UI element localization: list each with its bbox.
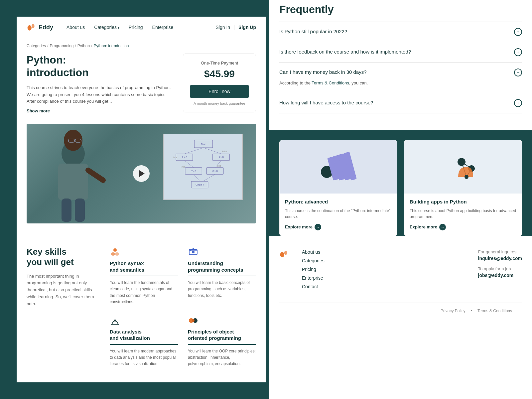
nav-links: About us Categories Pricing Enterprise <box>66 25 216 30</box>
skill-oop-name: Principles of object oriented programmin… <box>188 329 256 341</box>
sep3: / <box>91 44 92 48</box>
svg-point-39 <box>190 249 191 251</box>
svg-text:False: False <box>222 150 227 153</box>
faq-answer-3: According to the Terms & Conditions, you… <box>279 80 522 87</box>
svg-line-32 <box>203 174 215 181</box>
nav-about[interactable]: About us <box>66 25 85 30</box>
logo[interactable]: Eddy <box>27 23 53 32</box>
faq-question-3: Can I have my money back in 30 days? <box>279 68 509 75</box>
show-more-link[interactable]: Show more <box>27 108 50 113</box>
svg-text:A > B: A > B <box>219 156 224 159</box>
skill-data-desc: You will learn the modern approaches to … <box>110 348 178 367</box>
skill-data-name: Data analysis and visualization <box>110 329 178 341</box>
footer: About us Categories Pricing Enterprise C… <box>269 236 532 319</box>
faq-toggle-2[interactable]: + <box>514 48 522 56</box>
payment-card: One-Time Payment $45.99 Enroll now A mon… <box>183 54 256 112</box>
svg-point-37 <box>192 251 195 253</box>
footer-bottom: Privacy Policy • Terms & Conditions <box>279 303 522 319</box>
oop-icon <box>188 315 199 326</box>
breadcrumb-programming[interactable]: Programming <box>50 44 73 48</box>
course-card-title-1: Python: advanced <box>285 199 392 204</box>
signin-link[interactable]: Sign In <box>216 25 230 30</box>
faq-item-1: Is Python still popular in 2022? + <box>279 22 522 42</box>
whiteboard: True A < C A > B True False Y - C C > B <box>163 134 243 200</box>
related-courses: Python: advanced This course is the cont… <box>279 140 522 236</box>
faq-header-4[interactable]: How long will I have access to the cours… <box>279 99 522 107</box>
bars-illustration <box>319 147 358 187</box>
terms-footer-link[interactable]: Terms & Conditions <box>477 309 512 313</box>
svg-rect-7 <box>75 199 85 222</box>
footer-about[interactable]: About us <box>302 249 325 255</box>
explore-link-1[interactable]: Explore more → <box>285 224 392 230</box>
course-thumb-advanced <box>280 140 397 194</box>
svg-point-34 <box>111 252 115 256</box>
breadcrumb-categories[interactable]: Categories <box>27 44 46 48</box>
footer-pricing[interactable]: Pricing <box>302 267 325 272</box>
breadcrumb-python[interactable]: Python <box>77 44 90 48</box>
svg-text:Output Y: Output Y <box>196 184 204 186</box>
nav-pricing[interactable]: Pricing <box>129 25 143 30</box>
video-section: True A < C A > B True False Y - C C > B <box>17 124 266 233</box>
faq-header-3[interactable]: Can I have my money back in 30 days? − <box>279 68 522 76</box>
faq-header-1[interactable]: Is Python still popular in 2022? + <box>279 28 522 36</box>
navbar: Eddy About us Categories Pricing Enterpr… <box>17 17 266 38</box>
faq-question-1: Is Python still popular in 2022? <box>279 28 509 35</box>
faq-item-2: Is there feedback on the course and how … <box>279 42 522 62</box>
svg-line-5 <box>88 170 103 180</box>
skill-concepts-desc: You will learn the basic concepts of pro… <box>188 280 256 299</box>
skills-header: Key skills you will get The most importa… <box>27 247 100 367</box>
nav-categories[interactable]: Categories <box>94 25 119 30</box>
footer-enterprise[interactable]: Enterprise <box>302 275 325 281</box>
sep1: / <box>47 44 48 48</box>
footer-logo-col <box>279 249 289 293</box>
syntax-icon <box>110 247 120 257</box>
course-card-body-2: Building apps in Python This course is a… <box>404 194 522 236</box>
explore-arrow-2: → <box>439 224 446 230</box>
skill-syntax: Python syntax and semantics You will lea… <box>110 247 178 305</box>
skill-concepts: Understanding programming concepts You w… <box>188 247 256 305</box>
skills-section: Key skills you will get The most importa… <box>17 233 266 380</box>
svg-text:False: False <box>216 165 221 167</box>
footer-contact[interactable]: Contact <box>302 284 325 289</box>
svg-line-31 <box>194 174 200 181</box>
breadcrumb-current: Python: introduction <box>93 44 129 48</box>
signup-link[interactable]: Sign Up <box>238 25 256 30</box>
hero-section: Python: introduction This course strives… <box>17 54 266 124</box>
svg-rect-6 <box>62 199 71 222</box>
logo-icon <box>27 23 36 32</box>
svg-point-33 <box>113 248 117 252</box>
nav-auth: Sign In Sign Up <box>216 25 256 30</box>
svg-line-25 <box>185 161 194 168</box>
play-button[interactable] <box>133 165 150 182</box>
svg-point-3 <box>64 130 82 151</box>
skill-syntax-name: Python syntax and semantics <box>110 260 178 273</box>
course-title: Python: introduction <box>27 54 173 79</box>
faq-question-2: Is there feedback on the course and how … <box>279 48 509 55</box>
video-thumbnail[interactable]: True A < C A > B True False Y - C C > B <box>27 124 256 223</box>
svg-text:True: True <box>173 157 177 159</box>
faq-toggle-3[interactable]: − <box>514 68 522 76</box>
nav-enterprise[interactable]: Enterprise <box>152 25 174 30</box>
faq-heading-partial: Frequently <box>279 3 334 16</box>
privacy-link[interactable]: Privacy Policy <box>441 309 466 313</box>
payment-label: One-Time Payment <box>190 61 249 66</box>
skill-divider-3 <box>110 344 178 345</box>
course-card-body-1: Python: advanced This course is the cont… <box>280 194 397 236</box>
skill-divider <box>110 276 178 276</box>
explore-link-2[interactable]: Explore more → <box>410 224 516 230</box>
skills-grid: Python syntax and semantics You will lea… <box>110 247 256 367</box>
svg-rect-4 <box>58 164 88 200</box>
svg-point-1 <box>32 24 35 28</box>
faq-header-2[interactable]: Is there feedback on the course and how … <box>279 48 522 56</box>
terms-link[interactable]: Terms & Conditions <box>312 80 349 85</box>
faq-toggle-4[interactable]: + <box>514 99 522 107</box>
sep2: / <box>75 44 76 48</box>
breadcrumb: Categories / Programming / Python / Pyth… <box>17 38 266 54</box>
enroll-button[interactable]: Enroll now <box>190 85 249 98</box>
payment-price: $45.99 <box>190 68 249 79</box>
footer-job-email: jobs@eddy.com <box>478 273 522 278</box>
concepts-icon <box>188 247 199 257</box>
footer-categories[interactable]: Categories <box>302 258 325 263</box>
faq-toggle-1[interactable]: + <box>514 28 522 36</box>
skill-oop-desc: You will learn the OOP core principles: … <box>188 348 256 367</box>
